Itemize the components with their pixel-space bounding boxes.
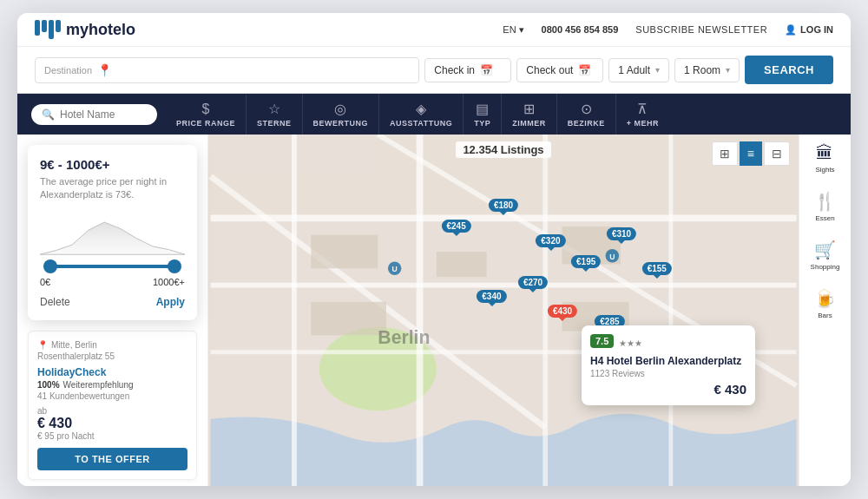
main-content: 9€ - 1000€+ The average price per night … (17, 135, 851, 486)
logo-bar-4 (56, 20, 61, 32)
listings-count: 12.354 Listings (456, 141, 550, 158)
typ-label: TYP (474, 119, 490, 128)
top-nav-right: EN ▾ 0800 456 854 859 SUBSCRIBE NEWSLETT… (503, 24, 833, 36)
map-pin-10[interactable]: €340 (477, 290, 506, 303)
logo-icon (35, 20, 61, 39)
hotel-listing-card: 📍 Mitte, Berlin Rosenthalerplatz 55 Holi… (28, 331, 197, 480)
hotel-popup-stars: ★★★ (619, 338, 642, 348)
sights-icon: 🏛 (816, 143, 833, 163)
calendar-icon-2: 📅 (578, 64, 591, 76)
map-pin-5[interactable]: €270 (518, 276, 548, 289)
guests-field[interactable]: 1 Adult ▾ (608, 58, 669, 82)
district-icon: ⊙ (581, 101, 592, 117)
bars-icon: 🍺 (814, 288, 836, 309)
filter-sterne[interactable]: ☆ STERNE (247, 94, 303, 135)
logo-bar-2 (42, 20, 47, 32)
filter-price-range[interactable]: $ PRICE RANGE (166, 95, 247, 135)
offer-button[interactable]: TO THE OFFER (37, 448, 187, 470)
price-offer-row: ab € 430 € 95 pro Nacht (37, 406, 187, 441)
map-pin-4[interactable]: €195 (571, 255, 601, 268)
map-pin-3[interactable]: €320 (536, 234, 565, 247)
delete-button[interactable]: Delete (40, 296, 70, 308)
hotel-address: Rosenthalerplatz 55 (37, 351, 187, 361)
bewertung-label: BEWERTUNG (313, 119, 369, 128)
hotel-popup-price: € 430 (713, 382, 746, 397)
shopping-label: Shopping (811, 263, 840, 271)
price-amount: 430 (49, 416, 72, 430)
price-max-label: 1000€+ (153, 277, 185, 287)
price-range-title: 9€ - 1000€+ (40, 157, 185, 172)
checkin-field[interactable]: Check in 📅 (424, 58, 511, 82)
poi-essen[interactable]: 🍴 Essen (814, 191, 836, 222)
hotel-location-text: Mitte, Berlin (51, 340, 97, 350)
map-pin-7[interactable]: €310 (607, 227, 636, 240)
price-slider-fill (47, 265, 178, 268)
svg-rect-12 (437, 252, 487, 277)
lang-selector[interactable]: EN ▾ (503, 24, 523, 36)
price-slider-track (47, 265, 178, 268)
search-bar: Destination 📍 Check in 📅 Check out 📅 1 A… (17, 47, 851, 94)
star-icon: ☆ (268, 101, 280, 117)
poi-sights[interactable]: 🏛 Sights (815, 143, 834, 174)
svg-rect-11 (311, 235, 378, 269)
dollar-icon: $ (202, 102, 210, 117)
price-chart-svg (40, 213, 185, 256)
hotel-location: 📍 Mitte, Berlin (37, 340, 187, 350)
filter-bezirke[interactable]: ⊙ BEZIRKE (557, 94, 616, 135)
price-range-card: 9€ - 1000€+ The average price per night … (28, 145, 197, 320)
slider-handle-max[interactable] (168, 259, 181, 273)
checkout-field[interactable]: Check out 📅 (516, 58, 603, 82)
slider-handle-min[interactable] (43, 259, 57, 273)
map-pin-selected[interactable]: €430 (548, 305, 577, 318)
filter-ausstattung[interactable]: ◈ AUSSTATTUNG (379, 94, 464, 135)
sterne-label: STERNE (257, 119, 292, 128)
hotel-popup-name: H4 Hotel Berlin Alexanderplatz (590, 355, 746, 367)
chevron-down-guests-icon: ▾ (655, 65, 660, 75)
checkin-label: Check in (434, 64, 475, 76)
chevron-down-icon: ▾ (519, 24, 524, 36)
subscribe-newsletter[interactable]: SUBSCRIBE NEWSLETTER (635, 24, 767, 35)
map-pin-2[interactable]: €180 (489, 199, 518, 212)
hotel-rating-row: 100% Weiterempfehlung (37, 380, 187, 390)
poi-bars[interactable]: 🍺 Bars (814, 288, 836, 319)
destination-field[interactable]: Destination 📍 (35, 57, 419, 83)
hotel-map-popup: 7.5 ★★★ H4 Hotel Berlin Alexanderplatz 1… (582, 325, 755, 405)
shopping-icon: 🛒 (814, 240, 836, 260)
filter-zimmer[interactable]: ⊞ ZIMMER (502, 94, 557, 135)
login-label: LOG IN (800, 24, 833, 35)
login-button[interactable]: 👤 LOG IN (785, 24, 833, 36)
map-pin-8[interactable]: €155 (642, 262, 672, 275)
rating-desc: Weiterempfehlung (63, 380, 134, 390)
fork-knife-icon: 🍴 (814, 191, 836, 212)
apply-button[interactable]: Apply (156, 296, 185, 308)
rooms-field[interactable]: 1 Room ▾ (674, 58, 740, 82)
guests-label: 1 Adult (618, 64, 650, 76)
map-background: U U Berlin (208, 135, 799, 486)
price-currency: € (37, 416, 49, 430)
chevron-down-rooms-icon: ▾ (726, 65, 730, 75)
price-range-desc: The average price per night in Alexander… (40, 175, 185, 202)
search-button[interactable]: SEARCH (745, 56, 833, 84)
filter-typ[interactable]: ▤ TYP (464, 94, 502, 135)
checkout-label: Check out (526, 64, 573, 76)
sights-label: Sights (815, 166, 834, 174)
price-labels: 0€ 1000€+ (40, 277, 185, 287)
map-pin-1[interactable]: €245 (441, 220, 470, 233)
map-area[interactable]: U U Berlin 12.354 Listings ⊞ ≡ ⊟ €245 €1… (208, 135, 799, 486)
rooms-label: 1 Room (684, 64, 720, 76)
user-icon: 👤 (785, 24, 797, 36)
browser-window: myhotelo EN ▾ 0800 456 854 859 SUBSCRIBE… (17, 13, 851, 486)
filter-mehr[interactable]: ⊼ + MEHR (616, 94, 669, 135)
destination-label: Destination (44, 65, 92, 76)
search-icon: 🔍 (42, 108, 55, 121)
rating-pct: 100% (37, 380, 60, 390)
filter-bewertung[interactable]: ◎ BEWERTUNG (303, 94, 380, 135)
rating-icon: ◎ (334, 101, 346, 117)
price-from-label: ab (37, 406, 95, 416)
hotel-popup-reviews: 1123 Reviews (590, 369, 746, 378)
poi-shopping[interactable]: 🛒 Shopping (811, 240, 840, 271)
hotel-name-search[interactable]: 🔍 (31, 104, 157, 125)
lang-text: EN (503, 24, 516, 35)
wifi-icon: ◈ (416, 101, 426, 117)
hotel-name-input[interactable] (60, 108, 147, 121)
